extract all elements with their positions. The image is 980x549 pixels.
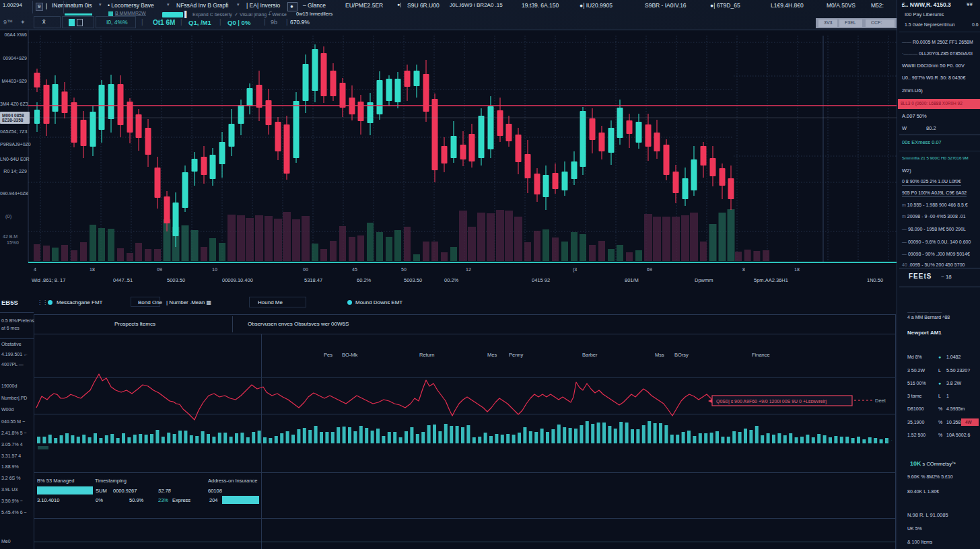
svg-text:Q0S0| s 900 A9F60 +9/0 1200i 0: Q0S0| s 900 A9F60 +9/0 1200i 00S 9U 0 +L… xyxy=(716,399,827,404)
svg-text:Deet: Deet xyxy=(875,398,886,404)
svg-text:ᵥ₀. ·: ᵥ₀. · xyxy=(885,438,893,442)
